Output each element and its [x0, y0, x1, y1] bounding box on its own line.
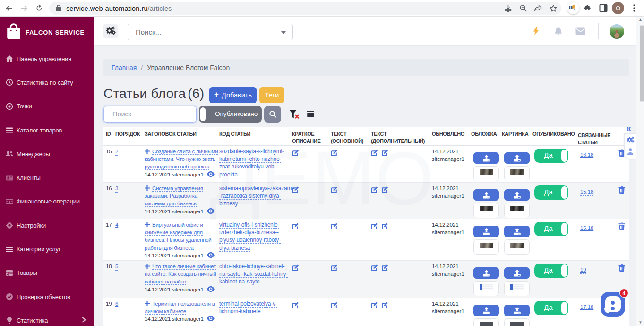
eye-icon[interactable]	[207, 286, 215, 292]
quick-actions-button[interactable]	[527, 17, 544, 45]
browser-back-button[interactable]	[2, 1, 16, 15]
upload-image-button[interactable]	[504, 189, 530, 201]
eye-icon[interactable]	[207, 252, 215, 258]
browser-forward-button[interactable]	[17, 1, 31, 15]
sidebar-item-8[interactable]: Настройки	[0, 213, 94, 237]
edit-icon[interactable]	[331, 302, 338, 309]
edit-icon[interactable]	[371, 223, 378, 230]
eye-icon[interactable]	[207, 171, 215, 177]
table-search-input[interactable]: Поиск	[103, 106, 197, 123]
page-scrollbar[interactable]: ▲ ▼	[636, 17, 644, 326]
bookmark-button[interactable]	[546, 2, 561, 15]
scroll-up-arrow[interactable]: ▲	[636, 17, 644, 23]
expand-plus-icon[interactable]	[145, 185, 150, 191]
edit-icon[interactable]	[381, 186, 388, 194]
clear-filter-button[interactable]	[289, 109, 300, 121]
expand-plus-icon[interactable]	[145, 264, 150, 269]
edit-icon[interactable]	[292, 223, 299, 230]
edit-icon[interactable]	[371, 264, 378, 272]
sidebar-item-4[interactable]: Каталог товаров	[0, 118, 94, 142]
article-title-link[interactable]: Терминал пользователя в личном кабинете	[145, 301, 215, 315]
address-bar[interactable]: service.web-automation.ru/articles	[49, 2, 561, 15]
edit-icon[interactable]	[292, 150, 299, 157]
sidebar-item-6[interactable]: Клиенты	[0, 166, 94, 189]
extensions-button[interactable]	[582, 1, 595, 15]
brand[interactable]: FALCON SERVICE	[0, 17, 94, 47]
share-button[interactable]	[531, 2, 546, 15]
column-settings-button[interactable]	[627, 136, 635, 145]
related-articles-link[interactable]: 15,18	[580, 189, 593, 194]
order-link[interactable]: 6	[115, 301, 118, 308]
sidebar-item-7[interactable]: Финансовые операции	[0, 190, 94, 213]
cover-thumbnail[interactable]	[473, 239, 499, 255]
order-link[interactable]: 4	[115, 222, 118, 229]
related-articles-link[interactable]: 16,18	[580, 152, 593, 158]
upload-cover-button[interactable]	[473, 226, 499, 237]
delete-icon[interactable]	[618, 222, 625, 230]
cover-thumbnail[interactable]	[473, 203, 499, 218]
sidebar-item-2[interactable]: Статистика по сайту	[0, 70, 94, 94]
upload-cover-button[interactable]	[473, 305, 499, 316]
browser-profile-button[interactable]: O	[612, 2, 624, 14]
column-header-6[interactable]: ТЕКСТ (ОСНОВНОЙ)	[331, 127, 371, 145]
extension-badge-button[interactable]	[567, 2, 579, 14]
notifications-button[interactable]	[550, 17, 567, 45]
upload-image-button[interactable]	[504, 267, 530, 279]
eye-icon[interactable]	[207, 208, 215, 214]
article-title-link[interactable]: Что такое личные кабинет на сайте. Как с…	[145, 264, 216, 285]
header-settings-button[interactable]	[103, 24, 118, 38]
tags-button[interactable]: Теги	[259, 87, 284, 103]
table-menu-button[interactable]	[307, 111, 314, 118]
cover-thumbnail[interactable]	[473, 166, 499, 181]
sidebar-item-3[interactable]: Точки	[0, 95, 94, 118]
sidebar-item-9[interactable]: Категории услуг	[0, 237, 94, 261]
published-toggle[interactable]: Да	[534, 264, 568, 278]
column-header-11[interactable]: ОПУБЛИКОВАНО	[532, 127, 578, 145]
article-title-link[interactable]: Система управления заказами. Разработка …	[145, 185, 203, 207]
collapse-columns-button[interactable]: «	[626, 124, 631, 132]
image-thumbnail[interactable]	[504, 281, 530, 296]
scrollbar-thumb[interactable]	[640, 25, 644, 102]
cover-thumbnail[interactable]	[473, 318, 499, 326]
sidebar-item-10[interactable]: Товары	[0, 261, 94, 285]
add-article-button[interactable]: +Добавить	[209, 87, 257, 103]
delete-icon[interactable]	[618, 186, 625, 194]
browser-menu-button[interactable]	[627, 1, 641, 15]
expand-plus-icon[interactable]	[145, 149, 150, 154]
order-link[interactable]: 2	[115, 149, 118, 156]
delete-icon[interactable]	[618, 264, 625, 272]
upload-cover-button[interactable]	[473, 152, 499, 164]
upload-image-button[interactable]	[504, 226, 530, 237]
edit-icon[interactable]	[292, 302, 299, 309]
edit-icon[interactable]	[371, 302, 378, 309]
column-header-7[interactable]: ТЕКСТ (ДОПОЛНИТЕЛЬНЫЙ)	[371, 127, 432, 145]
sidebar-item-5[interactable]: Менеджеры	[0, 142, 94, 166]
upload-image-button[interactable]	[504, 152, 530, 164]
edit-icon[interactable]	[381, 223, 388, 230]
browser-reload-button[interactable]	[33, 1, 46, 15]
column-header-4[interactable]: КОД СТАТЬИ	[219, 127, 292, 145]
column-header-10[interactable]: КАРТИНКА	[502, 127, 532, 145]
edit-icon[interactable]	[371, 186, 378, 194]
image-thumbnail[interactable]	[504, 203, 530, 218]
user-avatar[interactable]	[610, 24, 624, 39]
column-header-8[interactable]: ОБНОВЛЕНО	[432, 127, 471, 145]
zoom-button[interactable]	[515, 2, 531, 15]
upload-cover-button[interactable]	[473, 267, 499, 279]
article-code-link[interactable]: terminal-polzovatelya-v- lichnom-kabinet…	[219, 300, 277, 315]
published-toggle[interactable]: Да	[534, 149, 568, 163]
article-title-link[interactable]: Создание сайта с личными кабинетами. Что…	[145, 149, 218, 170]
edit-icon[interactable]	[381, 150, 388, 157]
article-title-link[interactable]: Виртуальный офис и снижение издержек для…	[145, 222, 211, 251]
edit-icon[interactable]	[381, 264, 388, 272]
scroll-down-arrow[interactable]: ▼	[636, 319, 644, 326]
edit-icon[interactable]	[331, 186, 338, 194]
published-filter-toggle[interactable]: Опубликовано	[199, 106, 262, 123]
side-panel-button[interactable]	[597, 1, 610, 15]
messages-button[interactable]	[572, 17, 589, 45]
published-toggle[interactable]: Да	[534, 301, 568, 315]
edit-icon[interactable]	[292, 264, 299, 272]
column-header-12[interactable]: СВЯЗАННЫЕ СТАТЬИ	[578, 127, 616, 145]
published-toggle[interactable]: Да	[534, 222, 568, 236]
chat-widget-button[interactable]: 4	[601, 292, 625, 317]
